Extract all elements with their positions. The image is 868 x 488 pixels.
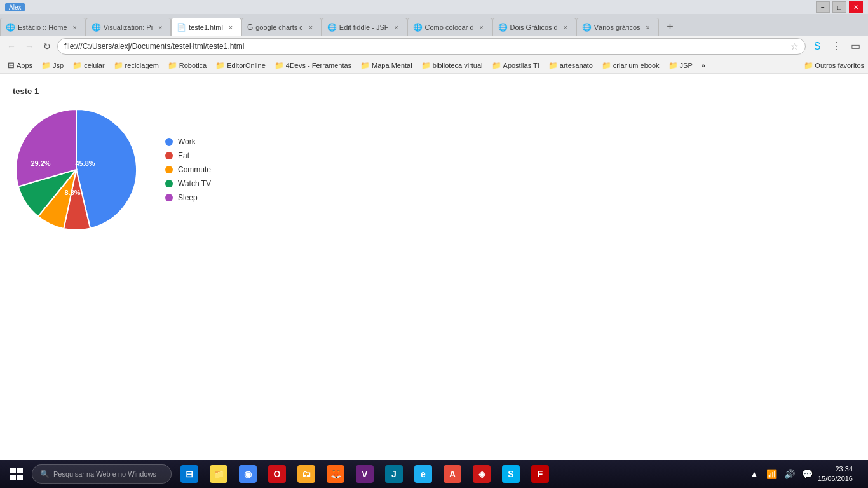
tab-label: Dois Gráficos d — [510, 24, 558, 31]
chart-legend: WorkEatCommuteWatch TVSleep — [165, 137, 211, 202]
page-content: teste 1 45.8% 8.3% 29.2% WorkEatCommuteW… — [0, 74, 868, 460]
bookmark-label: artesanato — [560, 62, 593, 69]
bookmark-reciclagem[interactable]: 📁reciclagem — [110, 58, 163, 72]
eat-label: 8.3% — [64, 189, 80, 196]
bookmark-jsp[interactable]: 📁JSP — [665, 58, 696, 72]
apps-icon: ⊞ — [8, 60, 15, 70]
back-button[interactable]: ← — [4, 39, 19, 54]
bookmark-artesanato[interactable]: 📁artesanato — [545, 58, 597, 72]
folder-icon: 📁 — [72, 61, 82, 70]
tab-close-button[interactable]: × — [306, 22, 316, 32]
bookmarks-bar: ⊞Apps📁Jsp📁celular📁reciclagem📁Robotica📁Ed… — [0, 57, 868, 74]
tab-close-button[interactable]: × — [391, 22, 402, 32]
folder-icon: 📁 — [548, 61, 558, 70]
folder-icon: 📁 — [275, 61, 284, 70]
legend-item-watch-tv: Watch TV — [165, 179, 211, 188]
chart-container: 45.8% 8.3% 29.2% WorkEatCommuteWatch TVS… — [13, 106, 855, 233]
bookmark-label: Mapa Mental — [372, 62, 412, 69]
legend-color-dot — [165, 138, 173, 146]
tab-close-button[interactable]: × — [70, 22, 80, 32]
tab-close-button[interactable]: × — [560, 22, 571, 32]
bookmark-star-icon[interactable]: ☆ — [790, 41, 799, 51]
legend-color-dot — [165, 180, 173, 187]
tab-label: Como colocar d — [425, 24, 474, 31]
tab-label: Edit fiddle - JSF — [339, 24, 389, 31]
folder-icon: 📁 — [215, 61, 225, 70]
bookmark-apps[interactable]: ⊞Apps — [4, 58, 36, 72]
tab-label: google charts c — [255, 24, 303, 31]
url-bar[interactable]: file:///C:/Users/alexj/Documents/testeHt… — [57, 38, 806, 55]
tab-favicon: G — [247, 23, 253, 32]
tab-favicon: 🌐 — [327, 23, 337, 32]
minimize-button[interactable]: − — [816, 1, 830, 13]
bookmark-mapa-mental[interactable]: 📁Mapa Mental — [356, 58, 416, 72]
tab-tab3[interactable]: 📄teste1.html× — [171, 18, 241, 36]
legend-item-sleep: Sleep — [165, 193, 211, 202]
bookmark-criar-um-ebook[interactable]: 📁criar um ebook — [598, 58, 663, 72]
tab-tab7[interactable]: 🌐Dois Gráficos d× — [492, 18, 576, 36]
tab-close-button[interactable]: × — [226, 22, 236, 32]
page-title: teste 1 — [13, 86, 855, 96]
tab-favicon: 📄 — [177, 23, 186, 32]
tab-tab5[interactable]: 🌐Edit fiddle - JSF× — [322, 18, 407, 36]
bookmarks-right-folder-icon: 📁 — [804, 61, 813, 70]
tab-tab4[interactable]: Ggoogle charts c× — [241, 18, 322, 36]
folder-icon: 📁 — [421, 61, 431, 70]
close-button[interactable]: ✕ — [849, 1, 863, 13]
legend-item-commute: Commute — [165, 165, 211, 174]
tab-tab2[interactable]: 🌐Visualization: Pi× — [86, 18, 171, 36]
bookmark-robotica[interactable]: 📁Robotica — [164, 58, 210, 72]
bookmark-editoronline[interactable]: 📁EditorOnline — [212, 58, 269, 72]
tab-close-button[interactable]: × — [477, 22, 487, 32]
work-label: 45.8% — [75, 159, 95, 167]
tab-close-button[interactable]: × — [155, 22, 165, 32]
legend-color-dot — [165, 194, 173, 201]
folder-icon: 📁 — [492, 61, 501, 70]
new-tab-button[interactable]: + — [661, 18, 679, 36]
tab-tab1[interactable]: 🌐Estácio :: Home× — [0, 18, 86, 36]
maximize-button[interactable]: □ — [832, 1, 846, 13]
bookmark-label: reciclagem — [125, 62, 159, 69]
address-bar: ← → ↻ file:///C:/Users/alexj/Documents/t… — [0, 36, 868, 57]
tab-tab6[interactable]: 🌐Como colocar d× — [407, 18, 492, 36]
bookmark-celular[interactable]: 📁celular — [69, 58, 108, 72]
reload-button[interactable]: ↻ — [39, 39, 55, 54]
bookmark-4devs---ferramentas[interactable]: 📁4Devs - Ferramentas — [271, 58, 355, 72]
cast-icon[interactable]: ▭ — [846, 37, 864, 55]
tab-label: teste1.html — [189, 24, 223, 31]
bookmark-biblioteca-virtual[interactable]: 📁biblioteca virtual — [417, 58, 487, 72]
legend-color-dot — [165, 166, 173, 173]
tab-favicon: 🌐 — [92, 23, 101, 32]
bookmark-label: Jsp — [53, 62, 64, 69]
folder-icon: 📁 — [602, 61, 611, 70]
title-bar-left: Alex — [5, 3, 25, 11]
other-favorites-label[interactable]: Outros favoritos — [815, 62, 864, 69]
bookmark-jsp[interactable]: 📁Jsp — [37, 58, 67, 72]
legend-label: Eat — [178, 151, 189, 160]
legend-color-dot — [165, 152, 173, 159]
bookmark-label: 4Devs - Ferramentas — [286, 62, 351, 69]
chrome-settings-icon[interactable]: ⋮ — [827, 37, 845, 55]
bookmark-label: celular — [84, 62, 104, 69]
tab-favicon: 🌐 — [6, 23, 15, 32]
tab-favicon: 🌐 — [498, 23, 508, 32]
tab-label: Vários gráficos — [594, 24, 641, 31]
bookmarks-right-section: 📁 Outros favoritos — [804, 61, 864, 70]
sleep-label: 29.2% — [31, 159, 50, 167]
legend-item-work: Work — [165, 137, 211, 146]
folder-icon: 📁 — [168, 61, 177, 70]
pie-labels: 45.8% 8.3% 29.2% — [13, 106, 140, 233]
bookmark-apostilas-ti[interactable]: 📁Apostilas TI — [488, 58, 543, 72]
bookmark-label: Robotica — [179, 62, 207, 69]
bookmark-»[interactable]: » — [698, 58, 709, 72]
tab-tab8[interactable]: 🌐Vários gráficos× — [576, 18, 659, 36]
pie-chart-wrapper: 45.8% 8.3% 29.2% — [13, 106, 140, 233]
folder-icon: 📁 — [41, 61, 51, 70]
skype-toolbar-icon[interactable]: S — [808, 37, 826, 55]
legend-label: Commute — [178, 165, 211, 174]
forward-button[interactable]: → — [22, 39, 37, 54]
tab-close-button[interactable]: × — [643, 22, 653, 32]
user-badge: Alex — [5, 3, 25, 11]
bookmark-label: biblioteca virtual — [433, 62, 483, 69]
folder-icon: 📁 — [114, 61, 123, 70]
